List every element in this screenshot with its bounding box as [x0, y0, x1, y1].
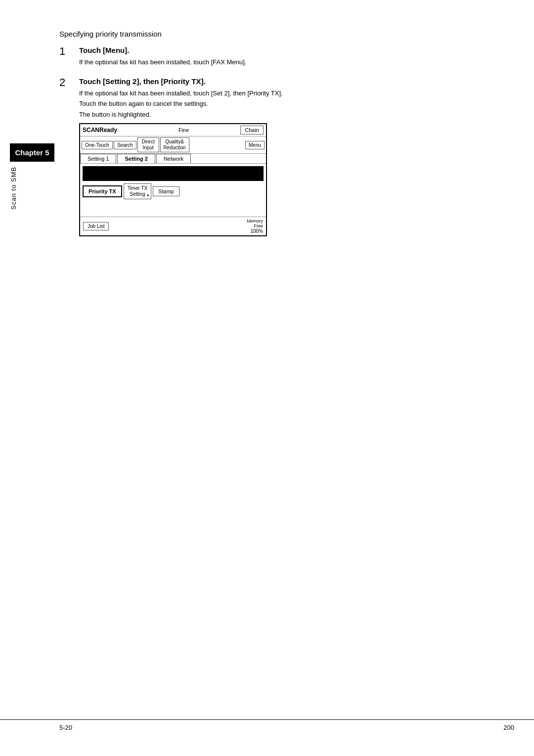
- scanner-memory: MemoryFree 100%: [247, 219, 263, 234]
- page-number-left: 5-20: [59, 724, 72, 731]
- step-1-content: Touch [Menu]. If the optional fax kit ha…: [79, 46, 514, 67]
- section-title: Specifying priority transmission: [59, 30, 514, 38]
- scanner-action-buttons: Priority TX Timer TX Setting ▸ Stamp: [83, 183, 264, 199]
- step-2-note: If the optional fax kit has been install…: [79, 89, 514, 98]
- scanner-display-area: [83, 166, 264, 181]
- scanner-fine: Fine: [178, 127, 189, 133]
- step-2-note2: Touch the button again to cancel the set…: [79, 99, 514, 109]
- step-2-main: Touch [Setting 2], then [Priority TX].: [79, 77, 514, 86]
- scanner-top-bar: SCANReady Fine Chain: [80, 124, 266, 136]
- job-list-button[interactable]: Job List: [83, 222, 109, 230]
- scanner-body: Priority TX Timer TX Setting ▸ Stamp: [80, 164, 266, 217]
- scanner-tabs: Setting 1 Setting 2 Network: [80, 154, 266, 164]
- memory-value: 100%: [250, 228, 263, 234]
- chapter-label: Chapter 5: [10, 143, 54, 162]
- scanner-footer: Job List MemoryFree 100%: [80, 217, 266, 235]
- step-1-number: 1: [59, 45, 79, 58]
- step-2-number: 2: [59, 76, 79, 89]
- menu-button[interactable]: Menu: [245, 141, 265, 149]
- page-number-right: 200: [503, 724, 514, 731]
- stamp-button[interactable]: Stamp: [153, 186, 179, 196]
- page-container: Chapter 5 Scan to SMB Specifying priorit…: [0, 0, 534, 756]
- step-2: 2 Touch [Setting 2], then [Priority TX].…: [59, 77, 514, 237]
- step-1-note: If the optional fax kit has been install…: [79, 57, 514, 67]
- step-2-content: Touch [Setting 2], then [Priority TX]. I…: [79, 77, 514, 237]
- timer-tx-arrow-icon: ▸: [147, 193, 149, 198]
- step-2-note3: The button is highlighted.: [79, 110, 514, 120]
- chain-button[interactable]: Chain: [240, 126, 264, 134]
- timer-tx-button[interactable]: Timer TX Setting ▸: [124, 183, 152, 199]
- main-content: Specifying priority transmission 1 Touch…: [59, 20, 534, 236]
- step-1: 1 Touch [Menu]. If the optional fax kit …: [59, 46, 514, 67]
- priority-tx-button[interactable]: Priority TX: [83, 185, 122, 197]
- tab-setting1[interactable]: Setting 1: [80, 154, 116, 163]
- scanner-nav-bar: One-Touch Search Direct Input Quality& R…: [80, 136, 266, 154]
- direct-input-button[interactable]: Direct Input: [137, 137, 159, 152]
- search-button[interactable]: Search: [114, 141, 136, 149]
- tab-setting2[interactable]: Setting 2: [117, 154, 155, 163]
- scan-to-smb-label: Scan to SMB: [10, 167, 54, 210]
- quality-reduction-button[interactable]: Quality& Reduction: [160, 137, 189, 152]
- scanner-ui: SCANReady Fine Chain One-Touch Search: [79, 123, 267, 236]
- one-touch-button[interactable]: One-Touch: [82, 141, 113, 149]
- tab-network[interactable]: Network: [156, 154, 191, 163]
- scanner-status: SCANReady: [83, 127, 117, 133]
- chapter-sidebar: Chapter 5 Scan to SMB: [0, 143, 54, 210]
- page-footer: 5-20 200: [0, 719, 534, 731]
- step-1-main: Touch [Menu].: [79, 46, 514, 54]
- scanner-spacer: [83, 199, 264, 214]
- memory-label: MemoryFree: [247, 219, 263, 228]
